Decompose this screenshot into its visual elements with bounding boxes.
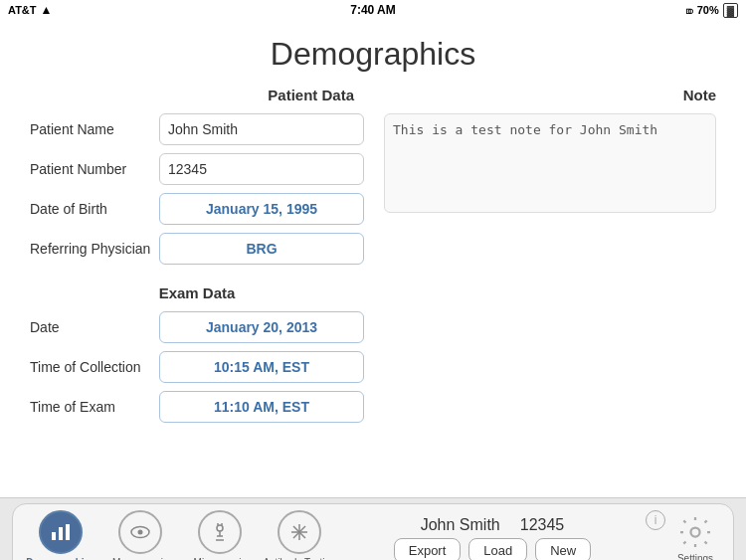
patient-number-tab: 12345 <box>520 516 565 534</box>
patient-data-header: Patient Data <box>30 87 364 103</box>
status-time: 7:40 AM <box>350 3 396 17</box>
settings-tab[interactable]: Settings <box>665 514 725 560</box>
wifi-icon: ▲ <box>41 3 53 17</box>
patient-name-tab: John Smith <box>421 516 500 534</box>
patient-name-label: Patient Name <box>30 121 159 137</box>
battery-icon: ▓ <box>723 3 738 18</box>
info-icon[interactable]: i <box>646 510 665 530</box>
dob-row: Date of Birth <box>30 193 364 225</box>
svg-rect-2 <box>66 524 70 540</box>
time-exam-input[interactable] <box>159 391 364 423</box>
patient-number-row: Patient Number <box>30 153 364 185</box>
status-bar: AT&T ▲ 7:40 AM ⎄ 70% ▓ <box>0 0 746 20</box>
eye-icon <box>128 520 152 544</box>
status-right: ⎄ 70% ▓ <box>686 3 738 18</box>
svg-rect-0 <box>52 532 56 540</box>
physician-label: Referring Physician <box>30 241 159 257</box>
tab-action-buttons: Export Load New <box>394 538 592 561</box>
microscopic-icon-circle <box>198 510 242 554</box>
bar-chart-icon <box>49 520 73 544</box>
svg-point-5 <box>217 525 223 531</box>
tab-microscopic[interactable]: Microscopic <box>180 508 260 560</box>
time-collection-row: Time of Collection <box>30 351 364 383</box>
svg-rect-1 <box>59 527 63 540</box>
physician-input[interactable] <box>159 233 364 265</box>
time-exam-row: Time of Exam <box>30 391 364 423</box>
dob-label: Date of Birth <box>30 201 159 217</box>
tab-demographics[interactable]: Demographics <box>21 508 100 560</box>
svg-point-4 <box>138 530 143 535</box>
time-exam-label: Time of Exam <box>30 399 159 415</box>
exam-data-header: Exam Data <box>30 284 364 301</box>
tab-bar: Demographics Macroscopic <box>0 497 746 560</box>
left-panel: Patient Data Patient Name Patient Number… <box>30 87 364 431</box>
patient-number-label: Patient Number <box>30 161 159 177</box>
antibody-icon <box>287 520 311 544</box>
load-button[interactable]: Load <box>468 538 527 561</box>
time-collection-label: Time of Collection <box>30 359 159 375</box>
gear-icon <box>677 514 713 550</box>
patient-number-input[interactable] <box>159 153 364 185</box>
patient-name-row: Patient Name <box>30 113 364 145</box>
export-button[interactable]: Export <box>394 538 462 561</box>
patient-name-input[interactable] <box>159 113 364 145</box>
main-content: Demographics Patient Data Patient Name P… <box>0 20 746 497</box>
patient-data-section: Patient Data Patient Name Patient Number… <box>30 87 364 265</box>
microscope-icon <box>208 520 232 544</box>
patient-name-row-tab: John Smith 12345 <box>421 516 565 534</box>
patient-info-tab: John Smith 12345 Export Load New <box>339 516 646 561</box>
exam-date-label: Date <box>30 319 159 335</box>
svg-point-15 <box>691 528 700 537</box>
dob-input[interactable] <box>159 193 364 225</box>
antibody-icon-circle <box>278 510 321 554</box>
bluetooth-icon: ⎄ <box>686 4 693 16</box>
exam-date-input[interactable] <box>159 311 364 343</box>
exam-data-section: Exam Data Date Time of Collection Time o… <box>30 284 364 423</box>
tab-bar-inner: Demographics Macroscopic <box>12 503 734 560</box>
tab-antibody[interactable]: Antibody Testing <box>260 508 339 560</box>
battery-label: 70% <box>697 4 719 16</box>
note-textarea[interactable]: This is a test note for John Smith <box>384 113 716 213</box>
macroscopic-icon-circle <box>118 510 162 554</box>
exam-date-row: Date <box>30 311 364 343</box>
page-title: Demographics <box>30 36 716 73</box>
carrier-label: AT&T <box>8 4 37 16</box>
tab-macroscopic[interactable]: Macroscopic <box>100 508 180 560</box>
demographics-icon-circle <box>39 510 83 554</box>
status-left: AT&T ▲ <box>8 3 52 17</box>
note-header: Note <box>384 87 716 103</box>
time-collection-input[interactable] <box>159 351 364 383</box>
settings-label: Settings <box>677 553 713 560</box>
right-panel: Note This is a test note for John Smith <box>384 87 716 431</box>
new-button[interactable]: New <box>535 538 591 561</box>
physician-row: Referring Physician <box>30 233 364 265</box>
